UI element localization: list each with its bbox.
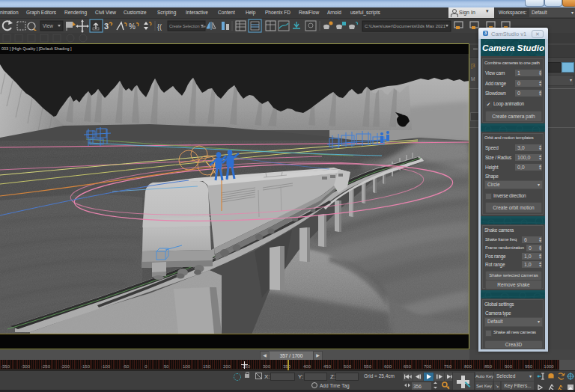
svg-text:Camera Studio: Camera Studio — [482, 43, 544, 53]
svg-text:%: % — [129, 22, 136, 31]
svg-text:003 ] [High Quality ] [Default: 003 ] [High Quality ] [Default Shading ] — [1, 46, 72, 51]
svg-text:View: View — [43, 23, 53, 28]
svg-text:C:\Users\user\Documents\3ds Ma: C:\Users\user\Documents\3ds Max 2021 — [365, 24, 446, 28]
svg-text:{(: {( — [157, 23, 162, 31]
svg-text:Create Selection Se: Create Selection Se — [169, 24, 206, 28]
svg-text:356: 356 — [413, 384, 422, 389]
svg-text:3: 3 — [104, 22, 109, 31]
